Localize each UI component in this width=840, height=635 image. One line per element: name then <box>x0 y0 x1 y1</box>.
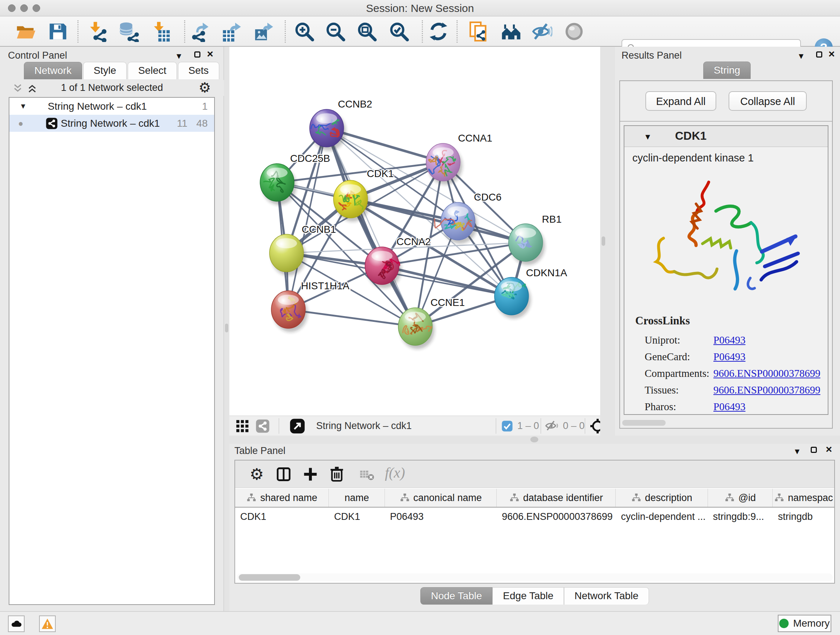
tab-string[interactable]: String <box>703 62 751 79</box>
home-networks-icon[interactable] <box>501 21 522 42</box>
column-header-database-identifier[interactable]: database identifier <box>497 489 616 507</box>
cell-description[interactable]: cyclin-dependent ... <box>616 508 707 525</box>
column-header-description[interactable]: description <box>616 489 707 507</box>
open-session-icon[interactable] <box>15 21 36 42</box>
zoom-out-icon[interactable] <box>325 21 346 42</box>
column-header-namespace[interactable]: namespac <box>773 489 834 507</box>
cytoscape-window: Session: New Session <box>0 0 840 635</box>
table-hscrollbar[interactable] <box>237 573 833 581</box>
export-image-icon[interactable] <box>253 21 273 42</box>
table-row[interactable]: CDK1 CDK1 P06493 9606.ENSP00000378699 cy… <box>235 508 834 525</box>
expand-all-button[interactable]: Expand All <box>645 91 716 111</box>
network-node-label: HIST1H1A <box>301 280 349 291</box>
right-splitter[interactable] <box>600 47 615 435</box>
warnings-button[interactable] <box>39 616 56 632</box>
show-columns-icon[interactable] <box>276 466 292 482</box>
cell-shared-name[interactable]: CDK1 <box>235 508 329 525</box>
network-options-gear-icon[interactable]: ⚙ <box>199 81 211 95</box>
protein-structure-image <box>642 169 812 296</box>
control-panel-close-icon[interactable]: × <box>207 48 213 60</box>
genecard-link[interactable]: P06493 <box>714 351 745 363</box>
results-panel-float-icon[interactable]: ▾ <box>799 50 804 62</box>
results-panel-maximize-icon[interactable] <box>816 51 822 57</box>
network-edge[interactable] <box>351 199 526 242</box>
function-builder-icon[interactable]: f(x) <box>385 464 405 481</box>
zoom-fit-icon[interactable] <box>356 21 377 42</box>
network-graph[interactable]: CCNB2CCNA1CDC25BCDK1CDC6RB1CCNB1CCNA2CDK… <box>229 47 600 416</box>
show-all-eye-icon[interactable] <box>564 21 584 42</box>
network-view-share-icon[interactable] <box>256 419 270 433</box>
tab-network[interactable]: Network <box>24 62 82 79</box>
table-panel-float-icon[interactable]: ▾ <box>795 446 799 457</box>
network-node-RB1[interactable]: RB1 <box>508 214 561 265</box>
tab-network-table[interactable]: Network Table <box>564 587 649 605</box>
network-node-CDKN1A[interactable]: CDKN1A <box>494 267 567 318</box>
results-hscrollbar[interactable] <box>622 420 666 426</box>
column-header-id[interactable]: @id <box>708 489 773 507</box>
collection-expander-icon[interactable]: ▼ <box>19 98 27 115</box>
table-panel-maximize-icon[interactable] <box>811 447 817 453</box>
cell-database-identifier[interactable]: 9606.ENSP00000378699 <box>497 508 616 525</box>
save-session-icon[interactable] <box>47 21 68 42</box>
add-column-icon[interactable] <box>302 466 318 482</box>
collapse-all-button[interactable]: Collapse All <box>729 91 807 111</box>
column-header-shared-name[interactable]: shared name <box>235 489 329 507</box>
cell-namespace[interactable]: stringdb <box>773 508 834 525</box>
network-collection-row[interactable]: ▼ String Network – cdk1 1 <box>9 98 214 115</box>
pharos-link[interactable]: P06493 <box>714 401 745 412</box>
export-table-icon[interactable] <box>220 21 241 42</box>
network-canvas[interactable]: CCNB2CCNA1CDC25BCDK1CDC6RB1CCNB1CCNA2CDK… <box>229 47 600 416</box>
network-node-CCNB1[interactable]: CCNB1 <box>270 224 336 276</box>
network-node-CCNE1[interactable]: CCNE1 <box>398 297 465 349</box>
tab-edge-table[interactable]: Edge Table <box>493 587 564 605</box>
cloud-icon <box>11 619 22 628</box>
status-bar: Memory <box>0 611 840 635</box>
toolbar-separator <box>422 20 423 43</box>
network-node-label: CDC6 <box>474 192 501 203</box>
import-table-icon[interactable] <box>150 21 172 42</box>
export-network-icon[interactable] <box>189 21 210 42</box>
memory-button[interactable]: Memory <box>778 615 831 632</box>
protein-section-expander-icon[interactable]: ▾ <box>645 131 650 142</box>
control-panel-float-icon[interactable]: ▾ <box>177 50 181 62</box>
network-edge[interactable] <box>327 128 415 326</box>
cell-id[interactable]: stringdb:9... <box>708 508 773 525</box>
hidden-eye-slash-icon[interactable] <box>545 420 560 432</box>
zoom-selected-icon[interactable] <box>388 21 409 42</box>
compartments-link[interactable]: 9606.ENSP00000378699 <box>714 367 821 379</box>
collection-name: String Network – cdk1 <box>48 98 147 115</box>
delete-column-trash-icon[interactable] <box>328 466 345 482</box>
column-header-canonical-name[interactable]: canonical name <box>385 489 497 507</box>
import-network-icon[interactable] <box>88 21 109 42</box>
control-panel-maximize-icon[interactable] <box>194 51 201 57</box>
results-panel-close-icon[interactable]: × <box>829 48 835 60</box>
hide-selected-eye-icon[interactable] <box>531 21 553 42</box>
delete-table-icon[interactable] <box>360 469 375 481</box>
grid-view-icon[interactable] <box>235 419 249 433</box>
table-toolbar: ⚙ f(x) <box>235 461 834 488</box>
left-splitter[interactable] <box>224 47 229 611</box>
tab-sets[interactable]: Sets <box>178 62 219 79</box>
cell-canonical-name[interactable]: P06493 <box>385 508 497 525</box>
network-row[interactable]: ● String Network – cdk1 11 48 <box>9 115 214 132</box>
tab-select[interactable]: Select <box>128 62 177 79</box>
bottom-splitter[interactable] <box>229 435 840 444</box>
detach-view-icon[interactable] <box>289 418 305 434</box>
network-node-CCNB2[interactable]: CCNB2 <box>309 98 372 150</box>
zoom-in-icon[interactable] <box>294 21 315 42</box>
tissues-link[interactable]: 9606.ENSP00000378699 <box>714 384 821 396</box>
table-settings-gear-icon[interactable]: ⚙ <box>249 466 264 482</box>
cloud-status-button[interactable] <box>8 616 25 632</box>
clone-network-icon[interactable] <box>468 21 489 42</box>
tab-node-table[interactable]: Node Table <box>420 587 493 605</box>
column-header-name[interactable]: name <box>329 489 385 507</box>
selected-checkbox-icon[interactable] <box>501 420 513 432</box>
memory-status-icon <box>779 619 789 628</box>
uniprot-link[interactable]: P06493 <box>714 334 745 346</box>
refresh-icon[interactable] <box>428 21 449 42</box>
network-node-HIST1H1A[interactable]: HIST1H1A <box>271 280 349 332</box>
import-database-icon[interactable] <box>118 21 139 42</box>
tab-style[interactable]: Style <box>83 62 126 79</box>
table-panel-close-icon[interactable]: × <box>826 443 832 455</box>
cell-name[interactable]: CDK1 <box>329 508 385 525</box>
